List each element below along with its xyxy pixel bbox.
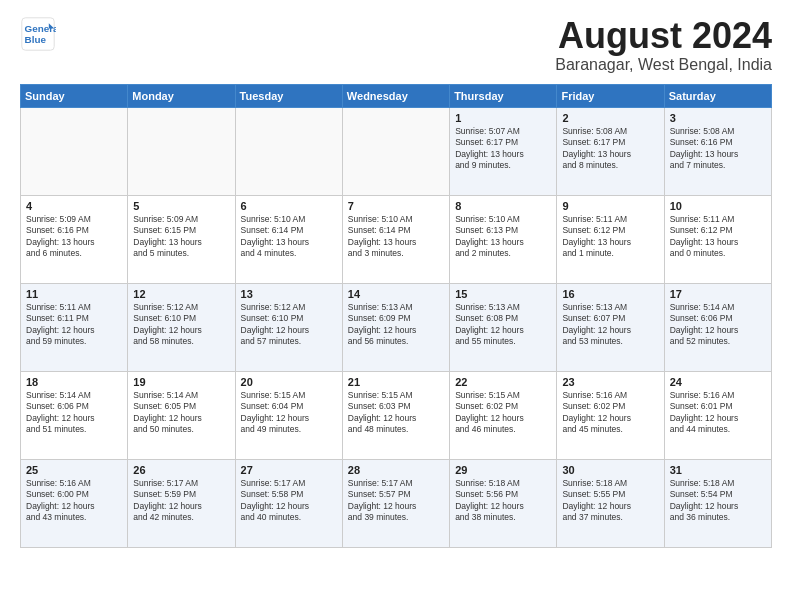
day-number: 28 [348,464,444,476]
day-info: Sunrise: 5:18 AM Sunset: 5:54 PM Dayligh… [670,478,766,524]
day-cell: 21Sunrise: 5:15 AM Sunset: 6:03 PM Dayli… [342,371,449,459]
day-cell: 30Sunrise: 5:18 AM Sunset: 5:55 PM Dayli… [557,459,664,547]
day-number: 7 [348,200,444,212]
day-info: Sunrise: 5:17 AM Sunset: 5:57 PM Dayligh… [348,478,444,524]
logo: General Blue [20,16,56,52]
day-cell: 13Sunrise: 5:12 AM Sunset: 6:10 PM Dayli… [235,283,342,371]
day-number: 18 [26,376,122,388]
day-number: 9 [562,200,658,212]
day-info: Sunrise: 5:14 AM Sunset: 6:06 PM Dayligh… [26,390,122,436]
header-row: SundayMondayTuesdayWednesdayThursdayFrid… [21,84,772,107]
week-row-3: 11Sunrise: 5:11 AM Sunset: 6:11 PM Dayli… [21,283,772,371]
col-header-saturday: Saturday [664,84,771,107]
col-header-friday: Friday [557,84,664,107]
day-number: 25 [26,464,122,476]
day-cell: 20Sunrise: 5:15 AM Sunset: 6:04 PM Dayli… [235,371,342,459]
day-number: 10 [670,200,766,212]
day-info: Sunrise: 5:17 AM Sunset: 5:59 PM Dayligh… [133,478,229,524]
day-cell: 12Sunrise: 5:12 AM Sunset: 6:10 PM Dayli… [128,283,235,371]
day-cell: 10Sunrise: 5:11 AM Sunset: 6:12 PM Dayli… [664,195,771,283]
day-info: Sunrise: 5:16 AM Sunset: 6:01 PM Dayligh… [670,390,766,436]
month-title: August 2024 [555,16,772,56]
day-info: Sunrise: 5:10 AM Sunset: 6:13 PM Dayligh… [455,214,551,260]
col-header-tuesday: Tuesday [235,84,342,107]
day-number: 19 [133,376,229,388]
day-cell [21,107,128,195]
day-cell: 4Sunrise: 5:09 AM Sunset: 6:16 PM Daylig… [21,195,128,283]
day-info: Sunrise: 5:11 AM Sunset: 6:12 PM Dayligh… [562,214,658,260]
day-info: Sunrise: 5:07 AM Sunset: 6:17 PM Dayligh… [455,126,551,172]
day-info: Sunrise: 5:09 AM Sunset: 6:16 PM Dayligh… [26,214,122,260]
day-cell: 28Sunrise: 5:17 AM Sunset: 5:57 PM Dayli… [342,459,449,547]
day-number: 22 [455,376,551,388]
day-cell [128,107,235,195]
day-cell: 25Sunrise: 5:16 AM Sunset: 6:00 PM Dayli… [21,459,128,547]
header: General Blue August 2024 Baranagar, West… [20,16,772,74]
day-cell: 24Sunrise: 5:16 AM Sunset: 6:01 PM Dayli… [664,371,771,459]
day-number: 29 [455,464,551,476]
day-number: 27 [241,464,337,476]
day-info: Sunrise: 5:16 AM Sunset: 6:02 PM Dayligh… [562,390,658,436]
day-number: 30 [562,464,658,476]
day-info: Sunrise: 5:15 AM Sunset: 6:04 PM Dayligh… [241,390,337,436]
day-info: Sunrise: 5:16 AM Sunset: 6:00 PM Dayligh… [26,478,122,524]
day-info: Sunrise: 5:11 AM Sunset: 6:11 PM Dayligh… [26,302,122,348]
day-number: 31 [670,464,766,476]
day-number: 20 [241,376,337,388]
day-number: 23 [562,376,658,388]
day-number: 1 [455,112,551,124]
day-number: 6 [241,200,337,212]
day-info: Sunrise: 5:18 AM Sunset: 5:56 PM Dayligh… [455,478,551,524]
day-number: 8 [455,200,551,212]
day-info: Sunrise: 5:13 AM Sunset: 6:09 PM Dayligh… [348,302,444,348]
week-row-2: 4Sunrise: 5:09 AM Sunset: 6:16 PM Daylig… [21,195,772,283]
col-header-monday: Monday [128,84,235,107]
day-number: 12 [133,288,229,300]
page: General Blue August 2024 Baranagar, West… [0,0,792,612]
day-info: Sunrise: 5:15 AM Sunset: 6:03 PM Dayligh… [348,390,444,436]
logo-icon: General Blue [20,16,56,52]
day-number: 21 [348,376,444,388]
day-cell: 15Sunrise: 5:13 AM Sunset: 6:08 PM Dayli… [450,283,557,371]
day-cell: 27Sunrise: 5:17 AM Sunset: 5:58 PM Dayli… [235,459,342,547]
week-row-1: 1Sunrise: 5:07 AM Sunset: 6:17 PM Daylig… [21,107,772,195]
day-cell: 1Sunrise: 5:07 AM Sunset: 6:17 PM Daylig… [450,107,557,195]
week-row-4: 18Sunrise: 5:14 AM Sunset: 6:06 PM Dayli… [21,371,772,459]
day-cell: 11Sunrise: 5:11 AM Sunset: 6:11 PM Dayli… [21,283,128,371]
day-cell: 2Sunrise: 5:08 AM Sunset: 6:17 PM Daylig… [557,107,664,195]
day-cell: 6Sunrise: 5:10 AM Sunset: 6:14 PM Daylig… [235,195,342,283]
day-info: Sunrise: 5:15 AM Sunset: 6:02 PM Dayligh… [455,390,551,436]
calendar-table: SundayMondayTuesdayWednesdayThursdayFrid… [20,84,772,548]
day-number: 26 [133,464,229,476]
day-cell: 19Sunrise: 5:14 AM Sunset: 6:05 PM Dayli… [128,371,235,459]
location: Baranagar, West Bengal, India [555,56,772,74]
day-info: Sunrise: 5:18 AM Sunset: 5:55 PM Dayligh… [562,478,658,524]
day-info: Sunrise: 5:08 AM Sunset: 6:17 PM Dayligh… [562,126,658,172]
day-cell: 3Sunrise: 5:08 AM Sunset: 6:16 PM Daylig… [664,107,771,195]
day-number: 17 [670,288,766,300]
day-number: 5 [133,200,229,212]
day-cell: 16Sunrise: 5:13 AM Sunset: 6:07 PM Dayli… [557,283,664,371]
day-number: 24 [670,376,766,388]
day-cell: 14Sunrise: 5:13 AM Sunset: 6:09 PM Dayli… [342,283,449,371]
svg-text:General: General [25,23,57,34]
day-info: Sunrise: 5:14 AM Sunset: 6:05 PM Dayligh… [133,390,229,436]
title-block: August 2024 Baranagar, West Bengal, Indi… [555,16,772,74]
day-cell [342,107,449,195]
day-cell: 22Sunrise: 5:15 AM Sunset: 6:02 PM Dayli… [450,371,557,459]
day-number: 11 [26,288,122,300]
day-number: 3 [670,112,766,124]
col-header-thursday: Thursday [450,84,557,107]
day-number: 13 [241,288,337,300]
day-cell: 18Sunrise: 5:14 AM Sunset: 6:06 PM Dayli… [21,371,128,459]
day-info: Sunrise: 5:12 AM Sunset: 6:10 PM Dayligh… [241,302,337,348]
col-header-sunday: Sunday [21,84,128,107]
day-number: 15 [455,288,551,300]
svg-text:Blue: Blue [25,34,47,45]
day-number: 16 [562,288,658,300]
day-info: Sunrise: 5:11 AM Sunset: 6:12 PM Dayligh… [670,214,766,260]
day-cell [235,107,342,195]
day-cell: 9Sunrise: 5:11 AM Sunset: 6:12 PM Daylig… [557,195,664,283]
day-info: Sunrise: 5:08 AM Sunset: 6:16 PM Dayligh… [670,126,766,172]
day-cell: 23Sunrise: 5:16 AM Sunset: 6:02 PM Dayli… [557,371,664,459]
